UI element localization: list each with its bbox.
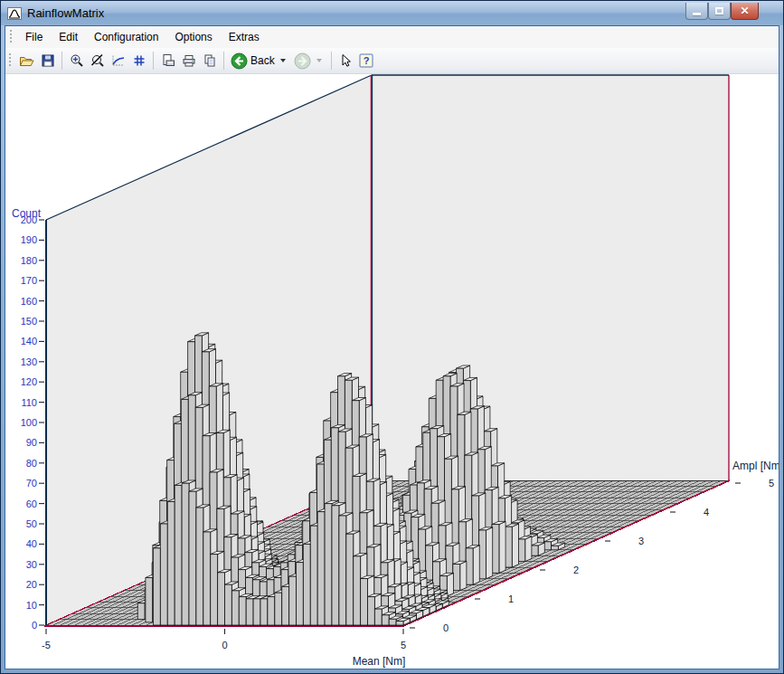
close-button[interactable]: ✕ xyxy=(731,3,759,20)
count-tick-label: 80 xyxy=(26,458,37,469)
count-tick-label: 90 xyxy=(26,437,37,448)
count-tick-label: 110 xyxy=(21,397,37,408)
bar xyxy=(479,527,493,579)
forward-dropdown-icon xyxy=(316,59,322,62)
ampl-tick-label: 1 xyxy=(508,593,514,604)
bar-front-face xyxy=(167,501,175,625)
bar-front-face xyxy=(339,516,346,625)
bar-front-face xyxy=(325,504,332,625)
printer-icon xyxy=(182,53,196,68)
bar-front-face xyxy=(211,555,218,625)
bar-front-face xyxy=(479,530,486,579)
count-tick-label: 140 xyxy=(21,336,37,346)
mean-tick-label: 5 xyxy=(401,640,406,650)
bar-front-face xyxy=(225,584,232,625)
zoom-cancel-icon xyxy=(90,53,105,68)
window-title: RainflowMatrix xyxy=(27,6,104,20)
menu-edit[interactable]: Edit xyxy=(51,27,86,47)
count-tick-label: 0 xyxy=(32,620,37,631)
menu-configuration[interactable]: Configuration xyxy=(86,27,166,47)
bar-front-face xyxy=(275,593,282,625)
bar xyxy=(466,546,479,585)
bar-front-face xyxy=(368,597,375,625)
zoom-cancel-button[interactable] xyxy=(87,51,108,71)
open-button[interactable] xyxy=(16,51,37,71)
bar-front-face xyxy=(246,599,253,625)
bar-front-face xyxy=(354,556,361,625)
bar-side-face xyxy=(460,561,467,590)
bar-front-face xyxy=(203,532,211,625)
bar-front-face xyxy=(289,576,297,625)
menu-bar: File Edit Configuration Options Extras xyxy=(5,26,779,48)
count-tick-label: 160 xyxy=(21,296,37,307)
bar-front-face xyxy=(154,548,161,625)
bar-front-face xyxy=(160,524,167,625)
minimize-icon xyxy=(693,13,701,15)
bar-side-face xyxy=(447,573,453,596)
title-bar[interactable]: RainflowMatrix xyxy=(1,1,783,25)
bar-front-face xyxy=(518,539,525,562)
plot-region: 0102030405060708090100110120130140150160… xyxy=(5,74,779,669)
help-button[interactable]: ? xyxy=(356,51,377,71)
toolbar-grip-handle[interactable] xyxy=(9,53,14,68)
maximize-button[interactable] xyxy=(708,3,731,20)
bar-front-face xyxy=(303,544,310,625)
svg-text:?: ? xyxy=(364,55,370,66)
toolbar-separator xyxy=(331,52,332,70)
print-button[interactable] xyxy=(178,51,199,71)
bar-front-face xyxy=(492,525,499,574)
bar-front-face xyxy=(253,599,260,625)
menu-file[interactable]: File xyxy=(17,27,51,47)
bar xyxy=(518,536,532,562)
zoom-in-button[interactable] xyxy=(66,51,87,71)
bar-side-face xyxy=(499,521,505,573)
bar-front-face xyxy=(218,573,225,625)
open-folder-icon xyxy=(19,53,34,68)
minimize-button[interactable] xyxy=(685,3,708,20)
rainflow-3d-chart[interactable]: 0102030405060708090100110120130140150160… xyxy=(5,74,779,669)
bar-front-face xyxy=(466,548,473,584)
select-pointer-button[interactable] xyxy=(335,51,356,71)
page-setup-button[interactable] xyxy=(157,51,178,71)
save-button[interactable] xyxy=(37,51,58,71)
back-dropdown-icon[interactable] xyxy=(280,59,286,62)
forward-arrow-icon xyxy=(294,52,311,70)
toolbar: Back ? xyxy=(5,48,779,74)
save-icon xyxy=(41,53,55,68)
menu-extras[interactable]: Extras xyxy=(221,27,268,47)
diagram-button[interactable] xyxy=(108,51,128,71)
bar-side-face xyxy=(486,527,493,579)
bar-front-face xyxy=(374,609,382,625)
count-tick-label: 40 xyxy=(26,538,37,549)
count-axis-title: Count xyxy=(12,207,42,220)
menubar-grip-handle[interactable] xyxy=(10,30,14,44)
bar-front-face xyxy=(505,527,512,567)
grid-icon xyxy=(132,53,146,68)
count-tick-label: 30 xyxy=(26,559,37,570)
copy-icon xyxy=(203,53,217,68)
bar-front-face xyxy=(282,586,289,625)
bar-front-face xyxy=(396,622,403,626)
bar-front-face xyxy=(175,485,182,625)
bar-front-face xyxy=(182,483,189,625)
app-window: RainflowMatrix ✕ File Edit Configuration… xyxy=(0,0,784,674)
back-wall xyxy=(372,75,729,480)
bar-front-face xyxy=(346,534,354,625)
close-icon: ✕ xyxy=(740,5,749,16)
menu-options[interactable]: Options xyxy=(166,27,220,47)
ampl-tick-label: 5 xyxy=(769,478,774,489)
count-tick-label: 190 xyxy=(21,234,37,245)
ampl-tick-label: 2 xyxy=(573,565,579,575)
back-button[interactable]: Back xyxy=(228,52,291,71)
bar-front-face xyxy=(297,563,304,625)
grid-button[interactable] xyxy=(128,51,149,71)
ampl-tick-label: 3 xyxy=(638,536,644,546)
forward-button[interactable] xyxy=(291,52,327,71)
bar-side-face xyxy=(512,524,518,567)
bar-front-face xyxy=(332,506,339,625)
count-tick-label: 60 xyxy=(26,498,37,509)
pointer-cursor-icon xyxy=(338,53,353,68)
bar xyxy=(505,524,518,567)
bar-front-face xyxy=(317,512,325,625)
copy-button[interactable] xyxy=(199,51,220,71)
